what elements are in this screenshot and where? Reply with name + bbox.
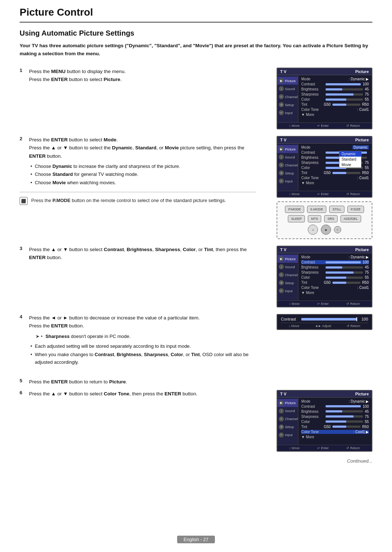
cw-tick [356, 317, 357, 321]
tv3-row-mode: Mode : Dynamic ▶ [301, 255, 369, 259]
step3-right: T V Picture ▶ Picture ♪ Sound [267, 246, 372, 307]
step6-section: 6 Press the ▲ or ▼ button to select Colo… [20, 390, 372, 452]
step5-content: Press the ENTER button to return to Pict… [29, 378, 127, 386]
tv-sidebar2-input: ↵ Input [277, 177, 298, 185]
dropdown-standard: Standard [339, 157, 361, 162]
tv-main-4: Mode : Dynamic ▶ Contrast 100 Brightness… [298, 398, 372, 445]
tv-sidebar4-picture: ▶ Picture [277, 399, 298, 407]
tv-sidebar-2: ▶ Picture ♪ Sound ≡ Channel ⚙ [277, 144, 298, 191]
step2-num: 2 [20, 136, 25, 187]
tv-header-1: T V Picture [277, 68, 372, 75]
tv-sidebar-4: ▶ Picture ♪ Sound ≡ Channel ⚙ [277, 398, 298, 445]
tv4-row-mode: Mode : Dynamic ▶ [301, 399, 369, 403]
tv-sidebar-1: ▶ Picture ♪ Sound ≡ Channel ⚙ [277, 75, 298, 122]
step4-content: Press the ◄ or ► button to decrease or i… [29, 314, 256, 366]
tv-row-mode: Mode : Dynamic ▶ [301, 77, 369, 81]
tv-footer-2: ↕ Move ↵ Enter ↺ Return [277, 191, 372, 197]
remote-circle-center[interactable]: ● [321, 225, 331, 235]
bullet-movie: Choose Movie when watching movies. [30, 179, 256, 186]
tv-row-contrast: Contrast 100 [301, 82, 369, 86]
tv-row-color: Color 55 [301, 97, 369, 101]
tv-sidebar3-sound: ♪ Sound [277, 263, 298, 271]
step2-bullets: Choose Dynamic to increase the clarity a… [30, 162, 256, 186]
tv-header-3: T V Picture [277, 246, 372, 253]
step3-num: 3 [20, 246, 25, 262]
remote-psize[interactable]: P.SIZE [347, 206, 364, 213]
tv-body-2: ▶ Picture ♪ Sound ≡ Channel ⚙ [277, 144, 372, 191]
tv-header-2: T V Picture [277, 137, 372, 144]
tv-sidebar-input: ↵ Input [277, 109, 298, 117]
input-icon-3: ↵ [279, 288, 284, 293]
step3-section: 3 Press the ▲ or ▼ button to select Cont… [20, 246, 372, 307]
step2-left: 2 Press the ENTER button to select Mode.… [20, 136, 256, 239]
tv-body-4: ▶ Picture ♪ Sound ≡ Channel ⚙ [277, 398, 372, 445]
continued-text: Continued... [20, 458, 372, 464]
tv-main-3: Mode : Dynamic ▶ Contrast 100 Brightness… [298, 253, 372, 301]
tv-sidebar4-channel: ≡ Channel [277, 415, 298, 423]
remote-pmode[interactable]: P.MODE [285, 206, 304, 213]
tv-row-brightness: Brightness 45 [301, 87, 369, 91]
remote-circle-sm[interactable]: ○ [334, 226, 341, 233]
tv-screen-2: T V Picture ▶ Picture ♪ Sound [277, 136, 372, 198]
note-pmode-text: Press the P.MODE button on the remote co… [31, 197, 226, 205]
tv-header-4: T V Picture [277, 391, 372, 398]
step2-content: Press the ENTER button to select Mode. P… [29, 136, 256, 187]
step1-section: 1 Press the MENU button to display the m… [20, 68, 372, 129]
note-icon: ⬛ [20, 197, 28, 205]
tv-sidebar-sound: ♪ Sound [277, 85, 298, 93]
tv-sidebar2-setup: ⚙ Setup [277, 169, 298, 177]
step4-left: 4 Press the ◄ or ► button to decrease or… [20, 314, 256, 371]
tv-sidebar2-picture: ▶ Picture [277, 145, 298, 153]
tv-sidebar2-channel: ≡ Channel [277, 161, 298, 169]
intro-text: Your TV has three automatic picture sett… [20, 42, 372, 57]
bullet-osd: When you make changes to Contrast, Brigh… [30, 351, 256, 366]
tv4-row-colortone: Color Tone : Cool1 ▶ [301, 430, 369, 434]
tv-sidebar-setup: ⚙ Setup [277, 101, 298, 109]
page-number-badge: English - 27 [177, 536, 215, 543]
remote-circle-1[interactable]: ○ [308, 225, 318, 235]
bullet-store: Each adjusted setting will be stored sep… [30, 342, 256, 350]
tv-sidebar-picture: ▶ Picture [277, 77, 298, 85]
tv-sidebar3-picture: ▶ Picture [277, 255, 298, 263]
tv4-row-brightness: Brightness 45 [301, 410, 369, 414]
page-title: Picture Control [20, 7, 372, 18]
note-pmode: ⬛ Press the P.MODE button on the remote … [20, 197, 256, 205]
sound-icon: ♪ [279, 86, 284, 91]
tv3-row-brightness: Brightness 45 [301, 265, 369, 269]
step1-right: T V Picture ▶ Picture ♪ Sound [267, 68, 372, 129]
remote-adddel[interactable]: ADD/DEL [340, 215, 361, 222]
picture-icon-2: ▶ [279, 146, 284, 152]
tv-row-tint: Tint G50 R50 [301, 102, 369, 106]
remote-sleep[interactable]: SLEEP [288, 215, 305, 222]
setup-icon: ⚙ [279, 102, 284, 107]
setup-icon-2: ⚙ [279, 170, 284, 176]
step1-block: 1 Press the MENU button to display the m… [20, 68, 256, 84]
arrow-symbol: ➤ • [36, 333, 42, 340]
tv-screen-1: T V Picture ▶ Picture ♪ Sound [277, 68, 372, 129]
step3-block: 3 Press the ▲ or ▼ button to select Cont… [20, 246, 256, 262]
bullet-standard: Choose Standard for general TV watching … [30, 170, 256, 178]
step1-content: Press the MENU button to display the men… [29, 68, 126, 84]
setup-icon-3: ⚙ [279, 280, 284, 285]
remote-still[interactable]: STILL [329, 206, 344, 213]
tv2-row-mode: Mode Dynamic [301, 145, 369, 149]
step5-num: 5 [20, 378, 25, 386]
tv-footer-3: ↕ Move ↵ Enter ↺ Return [277, 301, 372, 307]
remote-srs[interactable]: SRS [324, 215, 338, 222]
page-title-bar: Picture Control [20, 0, 372, 23]
step2-block: 2 Press the ENTER button to select Mode.… [20, 136, 256, 187]
sound-icon-3: ♪ [279, 264, 284, 269]
remote-smode[interactable]: S.MODE [307, 206, 327, 213]
tv2-row-tint: Tint G50 R50 [301, 171, 369, 175]
remote-mts[interactable]: MTS [308, 215, 321, 222]
step2-section: 2 Press the ENTER button to select Mode.… [20, 136, 372, 239]
tv2-row-more: ▼ More [301, 181, 369, 185]
step3-content: Press the ▲ or ▼ button to select Contra… [29, 246, 256, 262]
tv-row-more: ▼ More [301, 113, 369, 117]
sound-icon-2: ♪ [279, 154, 284, 160]
tv2-row-colortone: Color Tone : Cool1 [301, 176, 369, 180]
step4-num: 4 [20, 314, 25, 366]
cw-label: Contrast [281, 317, 299, 321]
tv-title-1: Picture [355, 69, 369, 74]
step6-right: T V Picture ▶ Picture ♪ Sound [267, 390, 372, 452]
